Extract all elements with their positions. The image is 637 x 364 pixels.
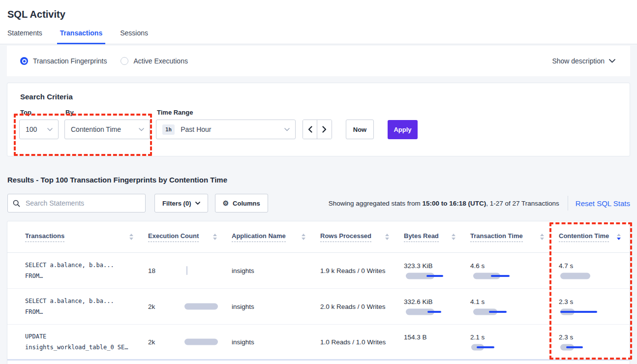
column-header-execution-count: Execution Count (148, 232, 232, 242)
radio-active-executions[interactable]: Active Executions (121, 57, 188, 65)
time-range-pager (303, 120, 332, 139)
previous-time-range-button[interactable] (303, 120, 317, 139)
column-label[interactable]: Application Name (232, 232, 286, 242)
sort-icon[interactable] (540, 234, 544, 240)
transaction-time-bar (470, 273, 559, 279)
tab-bar: Statements Transactions Sessions (0, 29, 637, 44)
chevron-down-icon (47, 128, 53, 131)
radio-selected-icon (20, 57, 28, 65)
column-label[interactable]: Execution Count (148, 232, 199, 242)
stats-time-range: 15:00 to 16:18 (UTC) (422, 200, 486, 207)
column-label[interactable]: Transaction Time (470, 232, 523, 242)
search-criteria-heading: Search Criteria (20, 92, 618, 101)
search-criteria-controls: Top 100 By Contention Time Time Range 1h (19, 109, 618, 139)
contention-time-cell: 2.3 s (559, 298, 623, 315)
by-group: By Contention Time (64, 109, 150, 139)
search-statements-input[interactable] (25, 199, 140, 208)
bytes-read-bar (404, 273, 470, 279)
transaction-time-value: 4.1 s (470, 298, 559, 305)
contention-time-value: 2.3 s (559, 298, 623, 305)
time-range-label: Time Range (157, 109, 296, 116)
bytes-read-value: 332.6 KiB (404, 298, 470, 305)
radio-label: Active Executions (133, 57, 188, 65)
column-label[interactable]: Rows Processed (320, 232, 371, 242)
search-statements-box (7, 194, 146, 212)
application-name-cell: insights (232, 267, 320, 274)
sort-icon[interactable] (302, 234, 305, 240)
transaction-time-bar (470, 308, 559, 315)
transaction-time-value: 4.6 s (470, 262, 559, 270)
filters-label: Filters (0) (162, 200, 191, 207)
transaction-time-cell: 4.6 s (470, 262, 559, 279)
bytes-read-value: 154.3 B (404, 334, 470, 341)
chevron-down-icon (284, 128, 290, 131)
contention-time-value: 4.7 s (559, 262, 623, 270)
contention-time-bar (559, 344, 623, 350)
rows-processed-cell: 1.9 k Reads / 0 Writes (320, 267, 404, 274)
execution-count-bar (148, 325, 232, 359)
transaction-fingerprint-link[interactable]: SELECT a.balance, b.ba... FROM… (25, 296, 148, 317)
show-description-label: Show description (552, 57, 605, 65)
sort-icon[interactable] (452, 234, 455, 240)
radio-label: Transaction Fingerprints (33, 57, 107, 65)
show-description-toggle[interactable]: Show description (552, 57, 615, 65)
time-range-group: Time Range 1h Past Hour (156, 109, 296, 139)
page-title: SQL Activity (7, 8, 637, 21)
column-header-bytes-read: Bytes Read (404, 232, 470, 242)
tab-statements[interactable]: Statements (7, 29, 42, 44)
aggregated-stats-text: Showing aggregated stats from 15:00 to 1… (329, 200, 559, 207)
column-header-application-name: Application Name (232, 232, 320, 242)
stats-suffix: , 1-27 of 27 Transactions (486, 200, 559, 207)
table-row[interactable]: SELECT a.balance, b.ba... FROM… 18 insig… (7, 253, 630, 289)
radio-group: Transaction Fingerprints Active Executio… (20, 57, 188, 65)
time-range-badge: 1h (162, 124, 175, 135)
bytes-read-cell: 332.6 KiB (404, 298, 470, 315)
by-select-value: Contention Time (71, 125, 121, 133)
sql-line-1: UPDATE (25, 331, 148, 342)
execution-count-bar (148, 289, 232, 324)
radio-transaction-fingerprints[interactable]: Transaction Fingerprints (20, 57, 107, 65)
column-label[interactable]: Transactions (25, 232, 64, 242)
columns-button[interactable]: ⚙ Columns (215, 194, 268, 212)
apply-button[interactable]: Apply (388, 120, 418, 139)
next-time-range-button[interactable] (317, 120, 332, 139)
transaction-time-cell: 2.1 s (470, 334, 559, 350)
view-toggle-strip: Transaction Fingerprints Active Executio… (7, 46, 630, 76)
now-button[interactable]: Now (346, 120, 374, 139)
rows-processed-cell: 1.0 Reads / 1.0 Writes (320, 338, 404, 346)
transaction-time-cell: 4.1 s (470, 298, 559, 315)
application-name-cell: insights (232, 303, 320, 310)
sql-line-2: insights_workload_table_0 SE… (25, 342, 148, 353)
by-select[interactable]: Contention Time (64, 120, 150, 139)
toolbar-divider (568, 196, 568, 211)
execution-count-bar (148, 253, 232, 288)
top-select[interactable]: 100 (19, 120, 59, 139)
transaction-fingerprint-link[interactable]: SELECT a.balance, b.ba... FROM… (25, 260, 148, 281)
transaction-fingerprint-link[interactable]: UPDATE insights_workload_table_0 SE… (25, 331, 148, 353)
chevron-left-icon (308, 126, 312, 133)
columns-label: Columns (233, 200, 260, 207)
bytes-read-value: 323.3 KiB (404, 262, 470, 270)
execution-count-cell: 2k (148, 289, 232, 324)
contention-time-bar (559, 273, 623, 279)
column-label[interactable]: Bytes Read (404, 232, 439, 242)
chevron-down-icon (139, 128, 144, 131)
reset-sql-stats-link[interactable]: Reset SQL Stats (576, 199, 630, 208)
tab-sessions[interactable]: Sessions (120, 29, 148, 44)
sort-icon-descending[interactable] (617, 234, 621, 240)
sort-icon[interactable] (213, 234, 217, 240)
column-label[interactable]: Contention Time (559, 232, 609, 242)
sort-icon[interactable] (385, 234, 389, 240)
sort-icon[interactable] (129, 234, 133, 240)
table-row[interactable]: UPDATE insights_workload_table_0 SE… 2k … (7, 325, 630, 361)
time-range-select[interactable]: 1h Past Hour (156, 120, 296, 139)
filters-button[interactable]: Filters (0) (154, 194, 208, 212)
rows-processed-cell: 2.0 k Reads / 0 Writes (320, 303, 404, 310)
sql-line-1: SELECT a.balance, b.ba... (25, 296, 148, 306)
column-header-transaction-time: Transaction Time (470, 232, 559, 242)
search-icon (13, 200, 20, 207)
table-row[interactable]: SELECT a.balance, b.ba... FROM… 2k insig… (7, 289, 630, 325)
by-label: By (65, 109, 150, 116)
tab-transactions[interactable]: Transactions (60, 29, 102, 44)
contention-time-cell: 2.3 s (559, 334, 623, 350)
